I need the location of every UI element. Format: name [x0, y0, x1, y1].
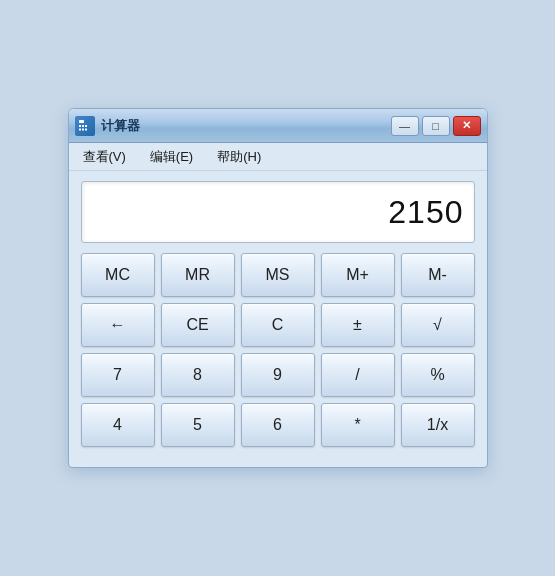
calc-body: 2150 MC MR MS M+ M- ← CE C ± √ 7 8 9 / % [69, 171, 487, 467]
mminus-button[interactable]: M- [401, 253, 475, 297]
minimize-button[interactable]: — [391, 116, 419, 136]
ms-button[interactable]: MS [241, 253, 315, 297]
reciprocal-button[interactable]: 1/x [401, 403, 475, 447]
window-title: 计算器 [101, 117, 391, 135]
5-button[interactable]: 5 [161, 403, 235, 447]
plusminus-button[interactable]: ± [321, 303, 395, 347]
window-controls: — □ ✕ [391, 116, 481, 136]
menu-help[interactable]: 帮助(H) [213, 147, 265, 167]
digits-row-2: 4 5 6 * 1/x [81, 403, 475, 447]
menu-edit[interactable]: 编辑(E) [146, 147, 197, 167]
display-value: 2150 [388, 194, 463, 231]
mr-button[interactable]: MR [161, 253, 235, 297]
mc-button[interactable]: MC [81, 253, 155, 297]
close-button[interactable]: ✕ [453, 116, 481, 136]
ce-button[interactable]: CE [161, 303, 235, 347]
menubar: 查看(V) 编辑(E) 帮助(H) [69, 143, 487, 171]
menu-view[interactable]: 查看(V) [79, 147, 130, 167]
svg-rect-2 [82, 125, 84, 127]
4-button[interactable]: 4 [81, 403, 155, 447]
display: 2150 [81, 181, 475, 243]
restore-button[interactable]: □ [422, 116, 450, 136]
7-button[interactable]: 7 [81, 353, 155, 397]
8-button[interactable]: 8 [161, 353, 235, 397]
memory-row: MC MR MS M+ M- [81, 253, 475, 297]
percent-button[interactable]: % [401, 353, 475, 397]
titlebar: 计算器 — □ ✕ [69, 109, 487, 143]
app-icon [75, 116, 95, 136]
svg-rect-6 [85, 128, 87, 130]
digits-row-1: 7 8 9 / % [81, 353, 475, 397]
svg-rect-0 [79, 120, 84, 123]
mplus-button[interactable]: M+ [321, 253, 395, 297]
svg-rect-5 [82, 128, 84, 130]
divide-button[interactable]: / [321, 353, 395, 397]
sqrt-button[interactable]: √ [401, 303, 475, 347]
svg-rect-4 [79, 128, 81, 130]
c-button[interactable]: C [241, 303, 315, 347]
svg-rect-3 [85, 125, 87, 127]
control-row: ← CE C ± √ [81, 303, 475, 347]
9-button[interactable]: 9 [241, 353, 315, 397]
svg-rect-1 [79, 125, 81, 127]
6-button[interactable]: 6 [241, 403, 315, 447]
calculator-window: 计算器 — □ ✕ 查看(V) 编辑(E) 帮助(H) 2150 MC MR M… [68, 108, 488, 468]
back-button[interactable]: ← [81, 303, 155, 347]
multiply-button[interactable]: * [321, 403, 395, 447]
